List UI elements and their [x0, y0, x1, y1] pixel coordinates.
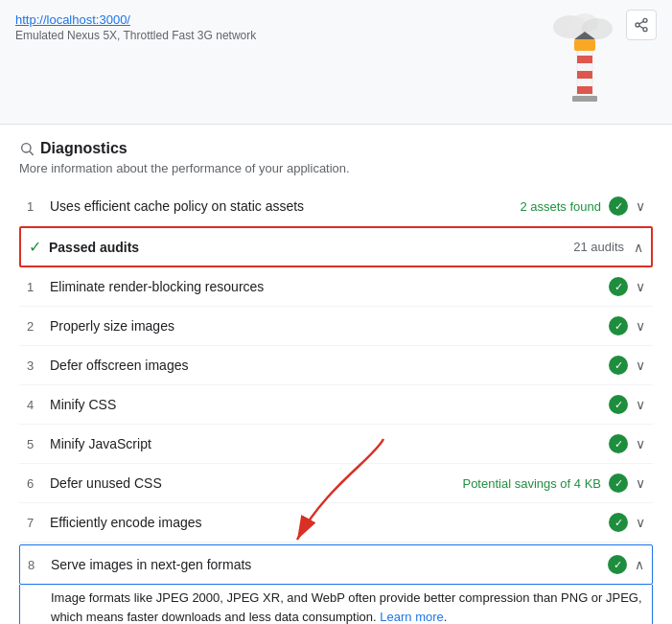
audit-row[interactable]: 1 Eliminate render-blocking resources ✓ … [19, 267, 653, 307]
row-number: 7 [27, 516, 50, 530]
svg-point-2 [643, 28, 647, 32]
row-label: Efficiently encode images [50, 515, 609, 530]
passed-audits-title: Passed audits [49, 240, 573, 255]
check-icon: ✓ [609, 356, 628, 375]
chevron-up-icon[interactable]: ∧ [635, 557, 644, 572]
chevron-down-icon[interactable]: ∨ [636, 515, 645, 530]
diagnostics-header: Diagnostics [19, 140, 653, 157]
audit-row[interactable]: 3 Defer offscreen images ✓ ∨ [19, 346, 653, 385]
row-number: 1 [27, 280, 50, 294]
check-icon: ✓ [609, 513, 628, 532]
svg-line-4 [639, 21, 644, 24]
chevron-down-icon[interactable]: ∨ [636, 279, 645, 294]
audit-row[interactable]: 2 Properly size images ✓ ∨ [19, 307, 653, 346]
row-number: 5 [27, 437, 50, 451]
svg-rect-12 [574, 39, 595, 51]
search-icon [19, 141, 35, 156]
learn-more-link[interactable]: Learn more [380, 610, 443, 624]
audit-row[interactable]: 6 Defer unused CSS Potential savings of … [19, 464, 653, 503]
passed-audits-header[interactable]: ✓ Passed audits 21 audits ∧ [19, 226, 653, 267]
row-label: Minify CSS [50, 397, 609, 412]
svg-rect-11 [577, 86, 592, 94]
check-icon: ✓ [609, 474, 628, 493]
check-icon: ✓ [609, 196, 628, 216]
row-label: Serve images in next-gen formats [51, 557, 608, 572]
row-number: 1 [27, 199, 50, 214]
chevron-down-icon[interactable]: ∨ [636, 358, 645, 373]
chevron-down-icon[interactable]: ∨ [636, 475, 645, 491]
check-icon: ✓ [609, 316, 628, 335]
row-label: Properly size images [50, 318, 609, 334]
check-icon: ✓ [609, 277, 628, 296]
svg-rect-10 [577, 71, 592, 79]
audit-row[interactable]: 5 Minify JavaScript ✓ ∨ [19, 425, 653, 464]
share-button[interactable] [626, 10, 657, 40]
savings-text: Potential savings of 4 KB [462, 476, 601, 491]
lighthouse-logo [551, 8, 618, 121]
diagnostics-title: Diagnostics [40, 140, 127, 157]
share-icon [634, 17, 649, 33]
audit-rows-list: 1 Eliminate render-blocking resources ✓ … [19, 267, 653, 543]
audit-row[interactable]: 7 Efficiently encode images ✓ ∨ [19, 503, 653, 543]
row-label: Eliminate render-blocking resources [50, 279, 609, 294]
static-assets-row[interactable]: 1 Uses efficient cache policy on static … [19, 187, 653, 226]
chevron-down-icon[interactable]: ∨ [636, 397, 645, 412]
chevron-down-icon[interactable]: ∨ [636, 198, 645, 214]
audit-row[interactable]: 4 Minify CSS ✓ ∨ [19, 385, 653, 425]
row-number: 2 [27, 319, 50, 334]
passed-audits-count: 21 audits [573, 240, 624, 254]
svg-point-0 [643, 18, 647, 22]
row-number: 6 [27, 476, 50, 491]
svg-line-16 [30, 151, 34, 155]
audit-row-8-description: Image formats like JPEG 2000, JPEG XR, a… [19, 585, 653, 624]
main-content: Diagnostics More information about the p… [0, 125, 672, 624]
svg-rect-9 [577, 56, 592, 63]
row-number: 8 [28, 558, 51, 572]
svg-line-3 [639, 26, 644, 29]
chevron-down-icon[interactable]: ∨ [636, 436, 645, 451]
svg-rect-14 [572, 96, 597, 102]
svg-point-1 [636, 23, 639, 27]
row-label: Minify JavaScript [50, 436, 609, 451]
header-url[interactable]: http://localhost:3000/ [15, 12, 130, 27]
assets-found-text: 2 assets found [520, 199, 601, 214]
chevron-down-icon[interactable]: ∨ [636, 318, 645, 334]
chevron-up-icon[interactable]: ∧ [634, 240, 643, 255]
header-section: http://localhost:3000/ Emulated Nexus 5X… [0, 0, 672, 125]
row-label: Defer offscreen images [50, 358, 609, 373]
passed-check-icon: ✓ [29, 238, 41, 256]
check-icon: ✓ [609, 434, 628, 453]
check-icon: ✓ [608, 555, 627, 574]
row-label: Defer unused CSS [50, 475, 462, 491]
diagnostics-description: More information about the performance o… [19, 161, 653, 175]
svg-point-15 [22, 144, 31, 152]
check-icon: ✓ [609, 395, 628, 414]
audit-row-8[interactable]: 8 Serve images in next-gen formats ✓ ∧ [19, 544, 653, 585]
row-number: 3 [27, 358, 50, 373]
row-label: Uses efficient cache policy on static as… [50, 198, 520, 214]
row-number: 4 [27, 398, 50, 412]
